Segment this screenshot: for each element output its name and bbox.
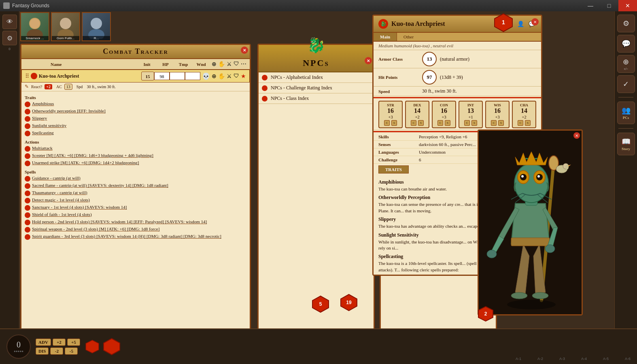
entry-more-icon[interactable]: ★ [241, 73, 246, 80]
ct-entry-wnd[interactable] [185, 72, 200, 80]
floating-die-2[interactable]: 19 [340, 294, 358, 313]
skull-icon[interactable]: 💀 [202, 72, 210, 80]
npc-close[interactable]: ✕ [365, 57, 372, 64]
ct-entry-hp[interactable]: 98 [154, 72, 170, 80]
action-scepter[interactable]: Scepter [M] [ATK: +6] [DMG: 1d6+3 bludge… [25, 152, 246, 159]
plus5-button[interactable]: +5 [67, 339, 80, 346]
spell-text-7[interactable]: Hold person - 2nd level (3 slots) [SAVEV… [32, 219, 207, 225]
action-text-1[interactable]: Multiattack [32, 145, 53, 151]
spell-spiritual[interactable]: Spiritual weapon - 2nd level (3 slots) [… [25, 226, 246, 233]
trait-text-2[interactable]: Otherworldly perception [EFF: Invisible] [32, 108, 106, 114]
floating-die-1[interactable]: 1 [494, 13, 513, 34]
more-icon[interactable]: ⋯ [241, 61, 246, 68]
action-text-3[interactable]: Unarmed strike [M] [ATK: +6] [DMG: 1d4+2… [32, 160, 139, 166]
minimize-button[interactable]: — [581, 0, 600, 11]
dex-s[interactable]: S [418, 120, 424, 126]
spell-guidance[interactable]: Guidance - cantrip (at will) [25, 175, 246, 182]
rt-story-btn[interactable]: 📖 Story [617, 133, 635, 155]
eye-tool[interactable]: 👁 [2, 15, 17, 29]
spell-spirit[interactable]: Spirit guardians - 3rd level (3 slots) [… [25, 233, 246, 240]
spell-holdperson[interactable]: Hold person - 2nd level (3 slots) [SAVEV… [25, 218, 246, 226]
dex-c[interactable]: C [411, 120, 416, 126]
rt-token-btn[interactable]: ⊕ +/− [617, 55, 635, 73]
rt-pcs-btn[interactable]: 👥 PCs [617, 102, 635, 124]
plus2-button[interactable]: +2 [53, 339, 66, 346]
maximize-button[interactable]: □ [600, 0, 618, 11]
spell-text-4[interactable]: Detect magic - 1st level (4 slots) [32, 197, 90, 203]
rt-check-btn[interactable]: ✓ [617, 75, 635, 93]
entry-target-icon[interactable]: ⊕ [212, 73, 217, 80]
red-die-b[interactable] [103, 338, 121, 356]
avatar-r[interactable]: R... [82, 12, 111, 41]
action-multiattack[interactable]: Multiattack [25, 145, 246, 152]
npc-class[interactable]: NPCs - Class Index [259, 93, 374, 104]
spell-text-1[interactable]: Guidance - cantrip (at will) [32, 175, 81, 181]
con-c[interactable]: C [437, 120, 443, 126]
avatar-smarnock[interactable]: Smarnock ... [20, 12, 49, 41]
avatar-gorn[interactable]: Gorn Fullb... [51, 12, 80, 41]
entry-hand-icon[interactable]: ✋ [218, 73, 225, 80]
dis-button[interactable]: DIS [36, 347, 49, 355]
close-button[interactable]: ✕ [618, 0, 637, 11]
spell-text-5[interactable]: Sanctuary - 1st level (4 slots) [SAVEVS:… [32, 204, 127, 210]
trait-spellcasting[interactable]: Spellcasting [25, 129, 246, 137]
adv-button[interactable]: ADV [36, 339, 51, 346]
spell-thaumaturgy[interactable]: Thaumaturgy - cantrip (at will) [25, 189, 246, 197]
wis-s[interactable]: S [498, 120, 504, 126]
trait-amphibious[interactable]: Amphibious [25, 100, 246, 108]
trait-text-3[interactable]: Slippery [32, 115, 47, 121]
spell-text-3[interactable]: Thaumaturgy - cantrip (at will) [32, 190, 87, 196]
tool-1[interactable]: ⚙ [2, 31, 17, 45]
minus5-button[interactable]: -5 [65, 347, 78, 355]
trait-text-4[interactable]: Sunlight sensitivity [32, 123, 66, 129]
spell-text-9[interactable]: Spirit guardians - 3rd level (3 slots) [… [32, 233, 221, 239]
ct-entry-kuotoa[interactable]: ⠿ Kuo-toa Archpriest 15 98 💀 ⊕ ✋ ⚔ 🛡 ★ [21, 70, 250, 83]
rt-chat-btn[interactable]: 💬 [617, 35, 635, 53]
trait-text-5[interactable]: Spellcasting [32, 130, 54, 136]
entry-shield-icon[interactable]: 🛡 [234, 73, 239, 79]
kuo-close-btn[interactable]: ✕ [531, 18, 539, 25]
kuo-user-icon[interactable]: 👤 [516, 19, 525, 28]
spell-sanctuary[interactable]: Sanctuary - 1st level (4 slots) [SAVEVS:… [25, 204, 246, 211]
npc-alphabetical[interactable]: NPCs - Alphabetical Index [259, 72, 374, 83]
cha-s[interactable]: S [525, 120, 531, 126]
kuo-tab-other[interactable]: Other [397, 33, 420, 41]
action-text-2[interactable]: Scepter [M] [ATK: +6] [DMG: 1d6+3 bludge… [32, 152, 153, 159]
str-c[interactable]: C [384, 120, 390, 126]
trait-sunlight[interactable]: Sunlight sensitivity [25, 122, 246, 129]
spell-text-2[interactable]: Sacred flame - cantrip (at will) [SAVEVS… [32, 182, 168, 188]
ct-entry-tmp[interactable] [170, 72, 185, 80]
str-s[interactable]: S [391, 120, 397, 126]
ct-entry-drag[interactable]: ⠿ [25, 73, 29, 80]
int-s[interactable]: S [471, 120, 477, 126]
hand-icon[interactable]: ✋ [218, 61, 225, 68]
spell-text-6[interactable]: Shield of faith - 1st level (4 slots) [32, 212, 92, 218]
trait-slippery[interactable]: Slippery [25, 115, 246, 122]
red-die-a[interactable] [85, 339, 100, 354]
sword-icon[interactable]: ⚔ [227, 61, 232, 68]
int-c[interactable]: C [464, 120, 470, 126]
shield-icon2[interactable]: 🛡 [234, 61, 239, 68]
entry-sword-icon[interactable]: ⚔ [227, 73, 232, 80]
kuo-traits-tab[interactable]: TRAITS [378, 165, 409, 174]
npc-challenge[interactable]: NPCs - Challenge Rating Index [259, 83, 374, 93]
kuo-tab-main[interactable]: Main [374, 33, 397, 41]
image-panel-close[interactable]: ✕ [573, 132, 580, 139]
spell-sacred[interactable]: Sacred flame - cantrip (at will) [SAVEVS… [25, 182, 246, 189]
floating-die-3[interactable]: 5 [312, 295, 329, 315]
combat-tracker-close[interactable]: ✕ [241, 47, 248, 54]
window-controls[interactable]: — □ ✕ [581, 0, 637, 11]
con-s[interactable]: S [445, 120, 450, 126]
minus2-button[interactable]: -2 [50, 347, 63, 355]
trait-text-1[interactable]: Amphibious [32, 101, 54, 107]
trait-otherworldly[interactable]: Otherworldly perception [EFF: Invisible] [25, 108, 246, 115]
wis-c[interactable]: C [491, 120, 497, 126]
spell-shield[interactable]: Shield of faith - 1st level (4 slots) [25, 211, 246, 218]
spell-detect[interactable]: Detect magic - 1st level (4 slots) [25, 197, 246, 204]
action-unarmed[interactable]: Unarmed strike [M] [ATK: +6] [DMG: 1d4+2… [25, 159, 246, 167]
spell-text-8[interactable]: Spiritual weapon - 2nd level (3 slots) [… [32, 226, 159, 232]
cha-c[interactable]: C [518, 120, 523, 126]
target-icon[interactable]: ⊕ [212, 61, 217, 68]
rt-map-btn[interactable]: ⚙ [617, 15, 635, 32]
floating-die-4[interactable]: 2 [478, 306, 494, 324]
